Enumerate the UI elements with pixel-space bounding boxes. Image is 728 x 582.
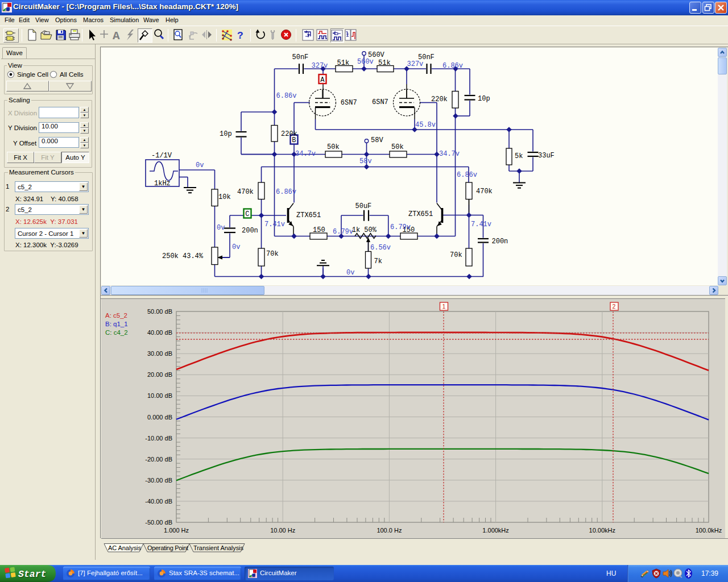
- svg-text:Transient Analysis: Transient Analysis: [193, 544, 244, 551]
- svg-text:AC Analysis: AC Analysis: [108, 544, 142, 551]
- svg-text:Start: Start: [18, 569, 47, 580]
- svg-text:Operating Point: Operating Point: [147, 544, 188, 551]
